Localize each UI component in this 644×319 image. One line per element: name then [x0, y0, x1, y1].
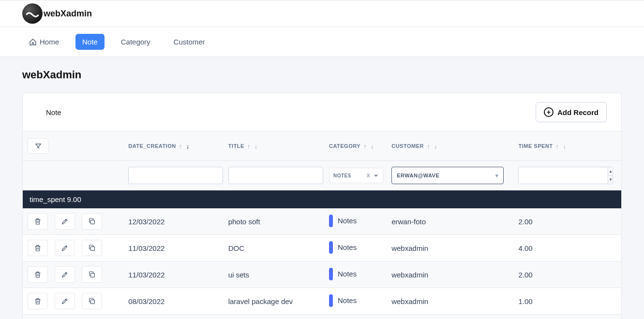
- category-color-pill: [329, 268, 333, 280]
- nav-home[interactable]: Home: [22, 34, 66, 50]
- edit-button[interactable]: [55, 213, 75, 230]
- category-color-pill: [329, 294, 333, 307]
- cell-category: Notes: [329, 241, 391, 255]
- sort-desc-icon[interactable]: ↓: [371, 143, 374, 150]
- duplicate-button[interactable]: [82, 240, 102, 256]
- filter-date-input[interactable]: [128, 167, 223, 184]
- sort-asc-icon[interactable]: ↑: [179, 143, 182, 150]
- clear-tag-icon[interactable]: X: [367, 173, 370, 178]
- col-header-title[interactable]: TITLE ↑↓: [228, 143, 329, 150]
- cell-title: photo soft: [228, 218, 329, 226]
- filter-category-value: NOTES: [333, 173, 351, 178]
- nav-note[interactable]: Note: [75, 34, 105, 50]
- table-row: 08/03/2022NO CODE BattleNoteswebxadmin: [23, 315, 621, 319]
- duplicate-button[interactable]: [82, 213, 102, 230]
- col-header-time[interactable]: TIME SPENT ↑↓: [518, 143, 616, 150]
- duplicate-button[interactable]: [82, 293, 102, 309]
- edit-button[interactable]: [55, 240, 75, 256]
- filter-customer-select[interactable]: ERWAN@WAVE ▾: [391, 167, 504, 184]
- cell-time: 1.00: [518, 297, 616, 305]
- svg-rect-2: [90, 273, 94, 277]
- grid-header-row: DATE_CREATION ↑↓ TITLE ↑↓ CATEGORY ↑↓ CU…: [23, 131, 621, 161]
- sort-desc-icon[interactable]: ↓: [186, 143, 190, 150]
- delete-button[interactable]: [28, 266, 48, 283]
- delete-button[interactable]: [28, 213, 48, 230]
- cell-title: laravel package dev: [228, 297, 329, 305]
- page-content: webXadmin Note + Add Record DATE_CREATIO…: [0, 57, 644, 319]
- cell-date: 11/03/2022: [128, 271, 228, 279]
- cell-date: 11/03/2022: [128, 244, 228, 252]
- table-row: 11/03/2022DOCNoteswebxadmin4.00: [23, 235, 621, 261]
- sort-asc-icon[interactable]: ↑: [363, 143, 367, 150]
- card-header: Note + Add Record: [23, 93, 621, 131]
- edit-button[interactable]: [55, 293, 75, 309]
- add-record-label: Add Record: [557, 108, 599, 116]
- cell-customer: webxadmin: [391, 297, 518, 305]
- sort-desc-icon[interactable]: ↓: [563, 143, 567, 150]
- cell-category: Notes: [329, 294, 391, 308]
- spin-up-icon[interactable]: ▲: [608, 167, 613, 175]
- nav-customer-label: Customer: [174, 38, 205, 46]
- nav-home-label: Home: [40, 38, 59, 46]
- caret-down-icon: ▾: [495, 173, 499, 179]
- home-icon: [29, 38, 37, 46]
- cell-customer: erwan-foto: [391, 218, 518, 226]
- nav-category[interactable]: Category: [114, 34, 157, 50]
- logo-mark: [22, 3, 43, 24]
- col-header-category[interactable]: CATEGORY ↑↓: [329, 143, 391, 150]
- filter-time-input-wrap: ▲ ▼: [518, 167, 613, 184]
- sort-desc-icon[interactable]: ↓: [434, 143, 437, 150]
- table-row: 12/03/2022photo softNoteserwan-foto2.00: [23, 208, 621, 235]
- sort-desc-icon[interactable]: ↓: [255, 143, 258, 150]
- svg-rect-1: [90, 246, 94, 250]
- filter-time-input[interactable]: [519, 167, 608, 184]
- svg-rect-3: [90, 300, 94, 304]
- nav-note-label: Note: [82, 38, 98, 46]
- cell-date: 08/03/2022: [128, 297, 228, 305]
- cell-title: ui sets: [228, 271, 329, 279]
- col-header-customer[interactable]: CUSTOMER ↑↓: [391, 143, 518, 150]
- filter-customer-value: ERWAN@WAVE: [397, 173, 439, 178]
- main-nav: Home Note Category Customer: [0, 27, 644, 57]
- category-color-pill: [329, 241, 333, 254]
- cell-time: 2.00: [518, 218, 616, 226]
- chevron-down-icon: [373, 173, 379, 178]
- nav-customer[interactable]: Customer: [167, 34, 212, 50]
- group-row: time_spent 9.00: [23, 190, 621, 208]
- cell-customer: webxadmin: [391, 271, 518, 279]
- sort-asc-icon[interactable]: ↑: [556, 143, 559, 150]
- card-title: Note: [46, 108, 61, 116]
- edit-button[interactable]: [55, 266, 75, 283]
- topbar: webXadmin: [0, 0, 644, 27]
- wave-icon: [25, 6, 40, 21]
- filter-category-select[interactable]: NOTES X: [329, 168, 383, 183]
- nav-category-label: Category: [121, 38, 150, 46]
- delete-button[interactable]: [28, 240, 48, 256]
- brand-name: webXadmin: [44, 9, 92, 19]
- filter-title-input[interactable]: [228, 167, 323, 184]
- data-grid: DATE_CREATION ↑↓ TITLE ↑↓ CATEGORY ↑↓ CU…: [23, 131, 621, 319]
- plus-circle-icon: +: [544, 107, 554, 117]
- number-spinner: ▲ ▼: [608, 167, 613, 184]
- duplicate-button[interactable]: [82, 266, 102, 283]
- col-header-date[interactable]: DATE_CREATION ↑↓: [128, 143, 228, 150]
- cell-time: 2.00: [518, 271, 616, 279]
- funnel-icon: [35, 143, 42, 149]
- svg-rect-0: [90, 220, 94, 224]
- grid-filter-row: NOTES X ERWAN@WAVE ▾ ▲: [23, 161, 621, 190]
- delete-button[interactable]: [28, 293, 48, 309]
- category-color-pill: [329, 215, 333, 227]
- table-row: 08/03/2022laravel package devNoteswebxad…: [23, 288, 621, 315]
- sort-asc-icon[interactable]: ↑: [427, 143, 430, 150]
- add-record-button[interactable]: + Add Record: [536, 102, 607, 122]
- cell-category: Notes: [329, 268, 391, 282]
- cell-title: DOC: [228, 244, 329, 252]
- cell-date: 12/03/2022: [128, 218, 228, 226]
- filter-toggle-button[interactable]: [28, 138, 49, 154]
- cell-time: 4.00: [518, 244, 616, 252]
- table-row: 11/03/2022ui setsNoteswebxadmin2.00: [23, 261, 621, 288]
- sort-asc-icon[interactable]: ↑: [247, 143, 251, 150]
- spin-down-icon[interactable]: ▼: [608, 175, 613, 184]
- data-card: Note + Add Record DATE_CREATION ↑↓ TITLE: [22, 93, 622, 319]
- cell-customer: webxadmin: [391, 244, 518, 252]
